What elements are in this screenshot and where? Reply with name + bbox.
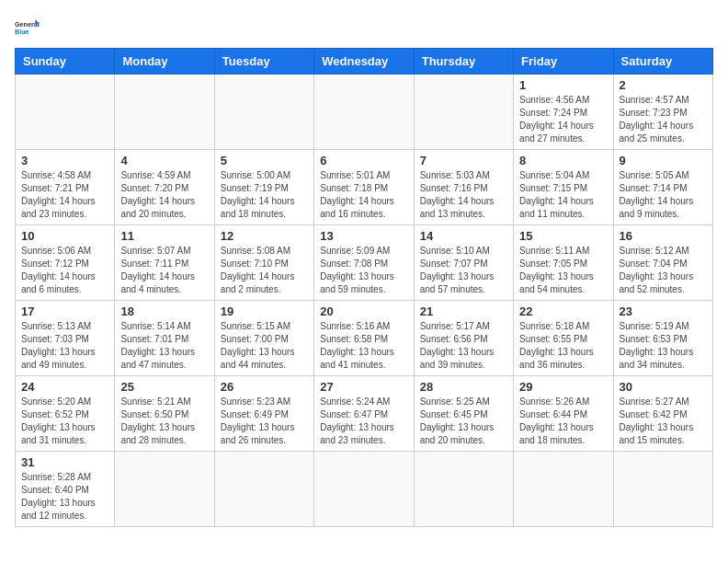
day-info: Sunrise: 5:14 AM Sunset: 7:01 PM Dayligh… (120, 320, 208, 372)
day-of-week-header: Thursday (414, 49, 513, 75)
day-info: Sunrise: 4:56 AM Sunset: 7:24 PM Dayligh… (519, 94, 607, 145)
calendar-day-cell: 9Sunrise: 5:05 AM Sunset: 7:14 PM Daylig… (613, 150, 712, 225)
day-number: 19 (221, 304, 308, 318)
day-number: 12 (221, 229, 308, 243)
day-of-week-header: Monday (115, 49, 214, 75)
day-info: Sunrise: 5:11 AM Sunset: 7:05 PM Dayligh… (519, 245, 607, 296)
day-info: Sunrise: 5:00 AM Sunset: 7:19 PM Dayligh… (221, 169, 308, 221)
day-info: Sunrise: 5:12 AM Sunset: 7:04 PM Dayligh… (620, 245, 707, 296)
day-number: 14 (420, 229, 507, 243)
calendar-day-cell (214, 75, 313, 150)
calendar-day-cell: 2Sunrise: 4:57 AM Sunset: 7:23 PM Daylig… (613, 75, 712, 150)
day-of-week-header: Wednesday (314, 49, 414, 75)
calendar-day-cell: 12Sunrise: 5:08 AM Sunset: 7:10 PM Dayli… (214, 225, 313, 301)
day-info: Sunrise: 5:08 AM Sunset: 7:10 PM Dayligh… (221, 245, 308, 296)
day-number: 11 (120, 229, 208, 243)
day-info: Sunrise: 5:05 AM Sunset: 7:14 PM Dayligh… (620, 169, 707, 221)
calendar-day-cell: 7Sunrise: 5:03 AM Sunset: 7:16 PM Daylig… (414, 150, 513, 225)
day-info: Sunrise: 5:03 AM Sunset: 7:16 PM Dayligh… (420, 169, 507, 221)
calendar-day-cell (115, 75, 214, 150)
day-info: Sunrise: 5:25 AM Sunset: 6:45 PM Dayligh… (420, 396, 507, 447)
calendar-day-cell: 23Sunrise: 5:19 AM Sunset: 6:53 PM Dayli… (613, 301, 712, 376)
svg-text:Blue: Blue (15, 28, 29, 36)
generalblue-logo-icon: GeneralBlue (15, 15, 48, 40)
calendar-day-cell (613, 452, 712, 527)
day-info: Sunrise: 4:58 AM Sunset: 7:21 PM Dayligh… (21, 169, 108, 221)
calendar-day-cell (414, 75, 513, 150)
calendar-day-cell (314, 75, 414, 150)
day-info: Sunrise: 5:16 AM Sunset: 6:58 PM Dayligh… (320, 320, 407, 372)
calendar-day-cell: 18Sunrise: 5:14 AM Sunset: 7:01 PM Dayli… (115, 301, 214, 376)
day-number: 13 (320, 229, 407, 243)
calendar-day-cell: 10Sunrise: 5:06 AM Sunset: 7:12 PM Dayli… (16, 225, 115, 301)
calendar-day-cell: 24Sunrise: 5:20 AM Sunset: 6:52 PM Dayli… (16, 376, 115, 452)
calendar-day-cell (314, 452, 414, 527)
calendar-day-cell: 4Sunrise: 4:59 AM Sunset: 7:20 PM Daylig… (115, 150, 214, 225)
calendar-day-cell: 1Sunrise: 4:56 AM Sunset: 7:24 PM Daylig… (514, 75, 613, 150)
calendar-header-row: SundayMondayTuesdayWednesdayThursdayFrid… (16, 49, 713, 75)
day-info: Sunrise: 4:57 AM Sunset: 7:23 PM Dayligh… (620, 94, 707, 145)
calendar-week-row: 3Sunrise: 4:58 AM Sunset: 7:21 PM Daylig… (16, 150, 713, 225)
calendar-day-cell: 11Sunrise: 5:07 AM Sunset: 7:11 PM Dayli… (115, 225, 214, 301)
calendar-day-cell: 5Sunrise: 5:00 AM Sunset: 7:19 PM Daylig… (214, 150, 313, 225)
calendar-day-cell (414, 452, 513, 527)
day-info: Sunrise: 5:09 AM Sunset: 7:08 PM Dayligh… (320, 245, 407, 296)
day-number: 28 (420, 380, 507, 394)
header: GeneralBlue (15, 15, 713, 40)
day-info: Sunrise: 5:01 AM Sunset: 7:18 PM Dayligh… (320, 169, 407, 221)
day-info: Sunrise: 5:10 AM Sunset: 7:07 PM Dayligh… (420, 245, 507, 296)
day-number: 20 (320, 304, 407, 318)
calendar-day-cell: 15Sunrise: 5:11 AM Sunset: 7:05 PM Dayli… (514, 225, 613, 301)
day-number: 16 (620, 229, 707, 243)
calendar-day-cell: 27Sunrise: 5:24 AM Sunset: 6:47 PM Dayli… (314, 376, 414, 452)
day-number: 18 (120, 304, 208, 318)
day-number: 6 (320, 154, 407, 167)
day-info: Sunrise: 5:26 AM Sunset: 6:44 PM Dayligh… (519, 396, 607, 447)
day-info: Sunrise: 5:07 AM Sunset: 7:11 PM Dayligh… (120, 245, 208, 296)
calendar-day-cell: 28Sunrise: 5:25 AM Sunset: 6:45 PM Dayli… (414, 376, 513, 452)
day-number: 21 (420, 304, 507, 318)
day-number: 8 (519, 154, 607, 167)
calendar-day-cell: 14Sunrise: 5:10 AM Sunset: 7:07 PM Dayli… (414, 225, 513, 301)
calendar-day-cell: 31Sunrise: 5:28 AM Sunset: 6:40 PM Dayli… (16, 452, 115, 527)
day-of-week-header: Tuesday (214, 49, 313, 75)
calendar-day-cell: 30Sunrise: 5:27 AM Sunset: 6:42 PM Dayli… (613, 376, 712, 452)
calendar-day-cell: 26Sunrise: 5:23 AM Sunset: 6:49 PM Dayli… (214, 376, 313, 452)
calendar-week-row: 24Sunrise: 5:20 AM Sunset: 6:52 PM Dayli… (16, 376, 713, 452)
day-info: Sunrise: 5:27 AM Sunset: 6:42 PM Dayligh… (620, 396, 707, 447)
day-info: Sunrise: 4:59 AM Sunset: 7:20 PM Dayligh… (120, 169, 208, 221)
calendar-day-cell (514, 452, 613, 527)
day-info: Sunrise: 5:24 AM Sunset: 6:47 PM Dayligh… (320, 396, 407, 447)
day-info: Sunrise: 5:06 AM Sunset: 7:12 PM Dayligh… (21, 245, 108, 296)
day-number: 4 (120, 154, 208, 167)
day-number: 23 (620, 304, 707, 318)
day-info: Sunrise: 5:28 AM Sunset: 6:40 PM Dayligh… (21, 471, 108, 523)
calendar-day-cell: 13Sunrise: 5:09 AM Sunset: 7:08 PM Dayli… (314, 225, 414, 301)
calendar-day-cell: 17Sunrise: 5:13 AM Sunset: 7:03 PM Dayli… (16, 301, 115, 376)
day-number: 24 (21, 380, 108, 394)
calendar-table: SundayMondayTuesdayWednesdayThursdayFrid… (15, 48, 713, 527)
day-number: 1 (519, 78, 607, 92)
day-number: 9 (620, 154, 707, 167)
day-info: Sunrise: 5:17 AM Sunset: 6:56 PM Dayligh… (420, 320, 507, 372)
day-number: 31 (21, 455, 108, 469)
day-number: 3 (21, 154, 108, 167)
day-of-week-header: Friday (514, 49, 613, 75)
day-number: 27 (320, 380, 407, 394)
day-info: Sunrise: 5:20 AM Sunset: 6:52 PM Dayligh… (21, 396, 108, 447)
calendar-week-row: 31Sunrise: 5:28 AM Sunset: 6:40 PM Dayli… (16, 452, 713, 527)
calendar-day-cell: 22Sunrise: 5:18 AM Sunset: 6:55 PM Dayli… (514, 301, 613, 376)
calendar-week-row: 1Sunrise: 4:56 AM Sunset: 7:24 PM Daylig… (16, 75, 713, 150)
calendar-day-cell (214, 452, 313, 527)
calendar-week-row: 10Sunrise: 5:06 AM Sunset: 7:12 PM Dayli… (16, 225, 713, 301)
day-number: 26 (221, 380, 308, 394)
day-number: 7 (420, 154, 507, 167)
day-info: Sunrise: 5:21 AM Sunset: 6:50 PM Dayligh… (120, 396, 208, 447)
calendar-day-cell: 21Sunrise: 5:17 AM Sunset: 6:56 PM Dayli… (414, 301, 513, 376)
calendar-day-cell (115, 452, 214, 527)
day-number: 25 (120, 380, 208, 394)
day-number: 22 (519, 304, 607, 318)
day-info: Sunrise: 5:23 AM Sunset: 6:49 PM Dayligh… (221, 396, 308, 447)
calendar-day-cell: 8Sunrise: 5:04 AM Sunset: 7:15 PM Daylig… (514, 150, 613, 225)
calendar-day-cell: 3Sunrise: 4:58 AM Sunset: 7:21 PM Daylig… (16, 150, 115, 225)
